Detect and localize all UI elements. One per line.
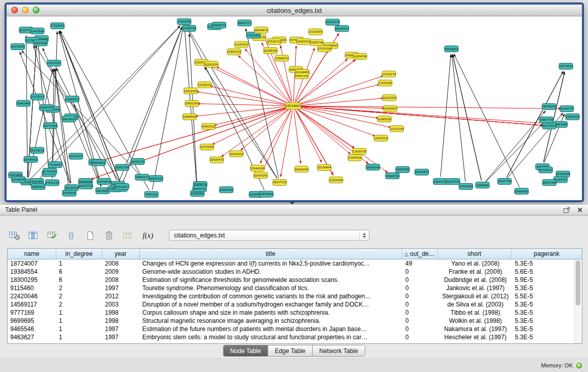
- graph-edge[interactable]: [40, 26, 181, 178]
- graph-node[interactable]: 10419682: [34, 40, 48, 46]
- tab-network-table[interactable]: Network Table: [313, 345, 365, 356]
- graph-node[interactable]: 9260400: [475, 182, 489, 188]
- graph-edge[interactable]: [441, 55, 451, 177]
- graph-node[interactable]: 19909783: [66, 96, 79, 102]
- graph-node[interactable]: 11225229: [378, 80, 392, 86]
- table-row[interactable]: 946554611997Estimation of the future num…: [8, 325, 576, 333]
- graph-node[interactable]: 15803619: [565, 114, 579, 120]
- column-header-year[interactable]: year: [102, 249, 140, 259]
- graph-node[interactable]: 20146551: [335, 26, 349, 32]
- graph-node[interactable]: 20997139: [149, 176, 163, 182]
- graph-node[interactable]: 17646471: [275, 55, 289, 61]
- row-height-icon[interactable]: [65, 229, 77, 242]
- graph-node[interactable]: 19495506: [220, 187, 233, 193]
- column-header-in_degree[interactable]: in_degree: [56, 249, 102, 259]
- graph-node[interactable]: 20397241: [254, 172, 268, 179]
- graph-node[interactable]: 14258349: [396, 166, 409, 172]
- graph-node[interactable]: 22040542: [183, 114, 197, 120]
- graph-node[interactable]: 20404682: [515, 188, 529, 194]
- graph-node[interactable]: 20350770: [130, 159, 144, 165]
- graph-edge[interactable]: [153, 27, 183, 190]
- column-header-short[interactable]: short: [438, 249, 512, 259]
- graph-node[interactable]: 20335032: [30, 147, 44, 154]
- delete-column-icon[interactable]: [103, 229, 115, 242]
- function-builder-button[interactable]: f(x): [141, 231, 155, 240]
- graph-edge[interactable]: [486, 124, 542, 182]
- graph-node[interactable]: 22958433: [415, 169, 429, 175]
- graph-edge[interactable]: [198, 104, 289, 106]
- graph-node[interactable]: 21005528: [378, 116, 391, 122]
- zoom-button[interactable]: [33, 7, 39, 13]
- graph-node[interactable]: 21274167: [47, 60, 61, 66]
- graph-node[interactable]: 13124498: [295, 69, 309, 75]
- table-row[interactable]: 1456911722003Disruption of a novel membe…: [8, 300, 576, 309]
- graph-node[interactable]: 20233457: [39, 104, 53, 111]
- graph-edge[interactable]: [297, 107, 375, 136]
- column-header-name[interactable]: name: [8, 249, 56, 259]
- float-panel-button[interactable]: [563, 207, 571, 213]
- table-row[interactable]: 977716911998Corpus callosum shape and si…: [8, 309, 576, 317]
- graph-node[interactable]: 15118079: [325, 19, 339, 25]
- network-view-canvas[interactable]: 1301962721005528113117441193575213550795…: [7, 16, 582, 200]
- graph-node[interactable]: 19376258: [11, 43, 25, 50]
- graph-node[interactable]: 22286325: [264, 48, 277, 54]
- graph-node[interactable]: 20777819: [43, 123, 57, 129]
- graph-edge[interactable]: [120, 27, 182, 180]
- graph-node[interactable]: 20826822: [92, 160, 105, 166]
- graph-node[interactable]: 14004733: [385, 173, 399, 179]
- column-header-title[interactable]: title: [140, 249, 402, 259]
- graph-node[interactable]: 16412958: [184, 88, 198, 94]
- new-column-icon[interactable]: [84, 229, 96, 242]
- graph-node[interactable]: 20894670: [254, 27, 268, 33]
- graph-node[interactable]: 15844186: [250, 165, 264, 171]
- column-header-pagerank[interactable]: pagerank: [511, 249, 582, 259]
- graph-node[interactable]: 16620052: [445, 46, 459, 52]
- show-columns-icon[interactable]: [27, 229, 39, 242]
- graph-node[interactable]: 12637796: [446, 179, 460, 185]
- graph-edge[interactable]: [452, 54, 481, 181]
- graph-node[interactable]: 21578231: [31, 94, 45, 100]
- citation-network-graph[interactable]: 1301962721005528113117441193575213550795…: [7, 16, 582, 200]
- graph-node[interactable]: 14868271: [135, 174, 149, 180]
- graph-edge[interactable]: [222, 108, 290, 157]
- graph-node[interactable]: 18724007: [286, 103, 301, 110]
- graph-node[interactable]: 13254388: [329, 177, 343, 183]
- graph-node[interactable]: 12793840: [200, 144, 214, 150]
- graph-node[interactable]: 12878611: [559, 63, 573, 69]
- graph-edge[interactable]: [298, 84, 380, 105]
- table-mode-settings-icon[interactable]: [8, 229, 20, 242]
- graph-edge[interactable]: [216, 67, 289, 104]
- graph-node[interactable]: 10302290: [295, 166, 309, 172]
- column-header-out_degree[interactable]: △out_de…: [402, 249, 438, 259]
- graph-edge[interactable]: [298, 106, 555, 124]
- graph-node[interactable]: 19893139: [227, 49, 241, 55]
- graph-node[interactable]: 21783090: [43, 168, 57, 174]
- tab-node-table[interactable]: Node Table: [223, 345, 268, 356]
- graph-node[interactable]: 13169855: [309, 29, 322, 35]
- minimize-button[interactable]: [22, 7, 29, 13]
- graph-node[interactable]: 19870600: [259, 191, 273, 197]
- graph-node[interactable]: 13019627: [383, 105, 397, 112]
- table-row[interactable]: 1872400712008Changes of HCN gene express…: [8, 259, 576, 268]
- graph-edge[interactable]: [298, 76, 384, 104]
- graph-node[interactable]: 12231961: [382, 95, 396, 101]
- graph-edge[interactable]: [297, 109, 351, 154]
- graph-node[interactable]: 13516719: [267, 38, 281, 45]
- graph-node[interactable]: 15265746: [310, 39, 323, 46]
- graph-node[interactable]: 16380238: [62, 190, 76, 196]
- table-row[interactable]: 946362711997Embryonic stem cells: a mode…: [8, 333, 576, 341]
- graph-node[interactable]: 9565101: [144, 191, 158, 198]
- tab-edge-table[interactable]: Edge Table: [268, 345, 313, 356]
- graph-node[interactable]: 20746618: [24, 157, 38, 163]
- graph-node[interactable]: 10805411: [31, 184, 45, 190]
- graph-node[interactable]: 13330752: [198, 82, 211, 88]
- graph-node[interactable]: 15222917: [115, 184, 129, 190]
- graph-edge[interactable]: [56, 68, 113, 184]
- graph-edge[interactable]: [298, 106, 543, 126]
- graph-node[interactable]: 11347613: [234, 41, 248, 48]
- graph-node[interactable]: 15452856: [177, 18, 191, 25]
- graph-edge[interactable]: [189, 34, 197, 189]
- graph-node[interactable]: 20037722: [273, 179, 287, 185]
- graph-node[interactable]: 18981912: [202, 123, 215, 129]
- memory-ok-led-icon[interactable]: [576, 363, 582, 368]
